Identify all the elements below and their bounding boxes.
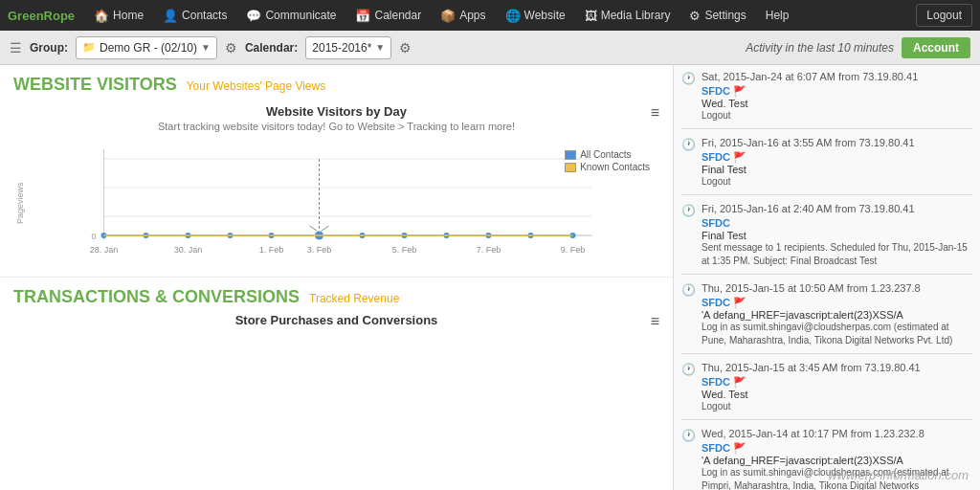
activity-entry: 🕐 Thu, 2015-Jan-15 at 10:50 AM from 1.23… (681, 282, 972, 354)
activity-timestamp: Wed, 2015-Jan-14 at 10:17 PM from 1.23.2… (702, 428, 972, 439)
legend-all-contacts: All Contacts (565, 149, 650, 160)
activity-entry: 🕐 Fri, 2015-Jan-16 at 2:40 AM from 73.19… (681, 203, 972, 275)
svg-text:3. Feb: 3. Feb (307, 245, 332, 255)
transactions-section: TRANSACTIONS & CONVERSIONS Tracked Reven… (0, 277, 673, 333)
legend-known-contacts: Known Contacts (565, 162, 650, 172)
activity-source-line: SFDC (702, 216, 972, 230)
activity-source-line: SFDC 🚩 (702, 296, 972, 309)
transactions-chart-title-container: Store Purchases and Conversions ≡ (13, 313, 659, 327)
activity-detail: 'A defang_HREF=javascript:alert(23)XSS/A (702, 455, 972, 466)
calendar-dropdown-arrow: ▼ (375, 42, 385, 53)
main-content: WEBSITE VISITORS Your Websites' Page Vie… (0, 65, 980, 490)
settings-icon: ⚙ (689, 9, 701, 23)
chart-legend: All Contacts Known Contacts (565, 149, 650, 174)
chart-menu-icon[interactable]: ≡ (651, 104, 659, 122)
nav-contacts[interactable]: 👤 Contacts (155, 5, 234, 27)
activity-flag: 🚩 (733, 85, 746, 97)
clock-icon: 🕐 (681, 138, 696, 189)
legend-color-known (565, 163, 576, 172)
calendar-select[interactable]: 2015-2016* ▼ (305, 36, 391, 59)
website-visitors-chart-subtitle: Start tracking website visitors today! G… (13, 121, 659, 132)
nav-help[interactable]: Help (758, 5, 797, 26)
activity-source: SFDC (702, 376, 730, 388)
svg-text:30. Jan: 30. Jan (174, 245, 203, 255)
right-panel: 🕐 Sat, 2015-Jan-24 at 6:07 AM from 73.19… (674, 65, 980, 490)
nav-media-library[interactable]: 🖼 Media Library (577, 5, 679, 27)
activity-source-line: SFDC 🚩 (702, 84, 972, 98)
activity-extra: Logout (702, 400, 972, 413)
clock-icon: 🕐 (681, 283, 696, 347)
transactions-title: TRANSACTIONS & CONVERSIONS (13, 287, 300, 307)
nav-home[interactable]: 🏠 Home (86, 5, 151, 27)
activity-timestamp: Thu, 2015-Jan-15 at 3:45 AM from 73.19.8… (702, 362, 972, 373)
activity-extra: Sent message to 1 recipients. Scheduled … (702, 241, 972, 268)
activity-entry: 🕐 Fri, 2015-Jan-16 at 3:55 AM from 73.19… (681, 137, 972, 195)
transactions-chart-title: Store Purchases and Conversions (235, 313, 438, 327)
account-button[interactable]: Account (902, 37, 970, 58)
svg-text:0: 0 (91, 232, 96, 241)
activity-source: SFDC (702, 297, 730, 308)
activity-extra: Logout (702, 175, 972, 189)
website-visitors-title: WEBSITE VISITORS (13, 75, 177, 95)
legend-label-all: All Contacts (580, 149, 631, 160)
transactions-header: TRANSACTIONS & CONVERSIONS Tracked Reven… (13, 287, 659, 307)
activity-detail: Wed. Test (702, 389, 972, 400)
nav-website[interactable]: 🌐 Website (498, 5, 573, 27)
activity-flag: 🚩 (733, 151, 746, 163)
website-visitors-chart-title: Website Visitors by Day (13, 104, 659, 119)
toolbar: ☰ Group: 📁 Demo GR - (02/10) ▼ ⚙ Calenda… (0, 31, 980, 65)
group-select[interactable]: 📁 Demo GR - (02/10) ▼ (76, 36, 217, 59)
left-panel: WEBSITE VISITORS Your Websites' Page Vie… (0, 65, 674, 490)
activity-timestamp: Sat, 2015-Jan-24 at 6:07 AM from 73.19.8… (702, 71, 972, 82)
activity-source: SFDC (702, 217, 730, 229)
activity-timestamp: Fri, 2015-Jan-16 at 2:40 AM from 73.19.8… (702, 203, 972, 214)
group-dropdown-arrow: ▼ (201, 42, 211, 53)
clock-icon: 🕐 (681, 429, 696, 490)
communicate-icon: 💬 (246, 9, 261, 23)
activity-source: SFDC (702, 442, 730, 454)
activity-source-line: SFDC 🚩 (702, 150, 972, 164)
activity-timestamp: Thu, 2015-Jan-15 at 10:50 AM from 1.23.2… (702, 282, 972, 294)
svg-text:7. Feb: 7. Feb (477, 245, 501, 255)
group-icon: ☰ (10, 40, 22, 56)
activity-content: Fri, 2015-Jan-16 at 2:40 AM from 73.19.8… (702, 203, 972, 268)
nav-apps[interactable]: 📦 Apps (433, 5, 493, 27)
website-icon: 🌐 (505, 9, 521, 23)
legend-color-all (565, 150, 576, 160)
website-visitors-subtitle: Your Websites' Page Views (187, 79, 326, 93)
activity-flag: 🚩 (733, 376, 746, 388)
nav-settings[interactable]: ⚙ Settings (681, 5, 753, 27)
clock-icon: 🕐 (681, 204, 696, 268)
nav-calendar[interactable]: 📅 Calendar (347, 5, 429, 27)
transactions-menu-icon[interactable]: ≡ (651, 313, 659, 330)
media-icon: 🖼 (585, 9, 597, 23)
activity-flag: 🚩 (733, 297, 746, 308)
svg-text:1. Feb: 1. Feb (259, 245, 284, 255)
svg-text:9. Feb: 9. Feb (561, 245, 586, 255)
website-visitors-section: WEBSITE VISITORS Your Websites' Page Vie… (0, 65, 673, 277)
activity-label: Activity in the last 10 minutes (746, 41, 894, 55)
transactions-subtitle: Tracked Revenue (309, 292, 399, 305)
group-folder-icon: 📁 (82, 41, 96, 54)
activity-content: Fri, 2015-Jan-16 at 3:55 AM from 73.19.8… (702, 137, 972, 189)
clock-icon: 🕐 (681, 72, 696, 122)
calendar-settings-icon[interactable]: ⚙ (399, 40, 412, 56)
activity-extra: Log in as sumit.shingavi@cloudsherpas.co… (702, 321, 972, 347)
activity-detail: 'A defang_HREF=javascript:alert(23)XSS/A (702, 309, 972, 321)
nav-communicate[interactable]: 💬 Communicate (238, 5, 344, 27)
home-icon: 🏠 (94, 9, 109, 23)
group-settings-icon[interactable]: ⚙ (225, 40, 237, 56)
logout-button[interactable]: Logout (916, 4, 972, 27)
activity-content: Sat, 2015-Jan-24 at 6:07 AM from 73.19.8… (702, 71, 972, 122)
apps-icon: 📦 (440, 9, 456, 23)
activity-extra: Logout (702, 109, 972, 122)
legend-label-known: Known Contacts (580, 162, 650, 172)
activity-detail: Final Test (702, 230, 972, 241)
activity-timestamp: Fri, 2015-Jan-16 at 3:55 AM from 73.19.8… (702, 137, 972, 148)
top-navigation: GreenRope 🏠 Home 👤 Contacts 💬 Communicat… (0, 0, 980, 31)
activity-source: SFDC (702, 151, 730, 163)
y-axis-label: Pageviews (13, 140, 27, 267)
svg-text:28. Jan: 28. Jan (90, 245, 119, 255)
svg-text:5. Feb: 5. Feb (392, 245, 417, 255)
group-label: Group: (30, 41, 68, 55)
